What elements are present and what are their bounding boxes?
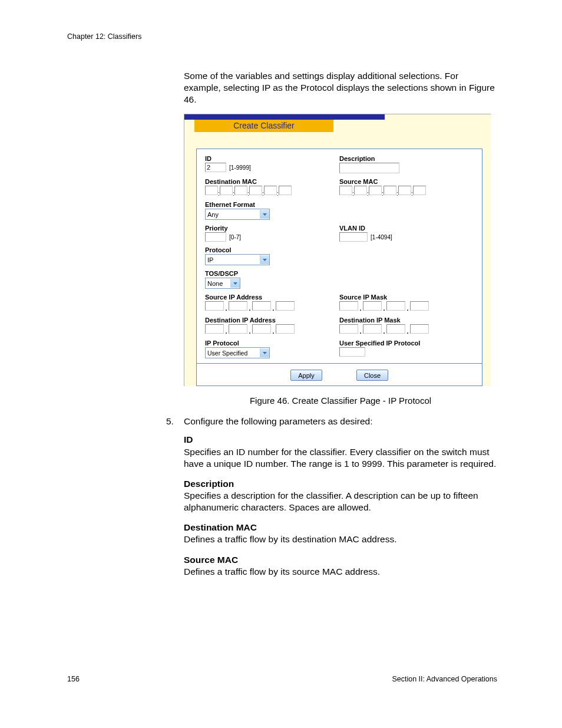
priority-label: Priority bbox=[205, 225, 339, 232]
section-label: Section II: Advanced Operations bbox=[392, 675, 497, 683]
param-dest-mac: Destination MAC Defines a traffic flow b… bbox=[184, 522, 497, 545]
chevron-down-icon bbox=[260, 210, 269, 219]
description-label: Description bbox=[339, 155, 474, 162]
dest-mac-label: Destination MAC bbox=[205, 178, 339, 185]
intro-paragraph: Some of the variables and settings displ… bbox=[184, 70, 497, 106]
eth-format-select[interactable]: Any bbox=[205, 209, 270, 220]
src-mask-label: Source IP Mask bbox=[339, 294, 474, 301]
src-ip-input[interactable]: ... bbox=[205, 301, 339, 312]
dest-mac-input[interactable]: ::::: bbox=[205, 186, 339, 196]
tos-label: TOS/DSCP bbox=[205, 270, 339, 277]
page-number: 156 bbox=[67, 675, 80, 683]
step-5: 5. Configure the following parameters as… bbox=[166, 416, 497, 427]
figure-caption: Figure 46. Create Classifier Page - IP P… bbox=[184, 396, 497, 406]
vlan-input[interactable] bbox=[339, 232, 368, 242]
dst-mask-label: Destination IP Mask bbox=[339, 317, 474, 324]
param-id: ID Specifies an ID number for the classi… bbox=[184, 434, 497, 469]
close-button[interactable]: Close bbox=[356, 370, 388, 381]
protocol-label: Protocol bbox=[205, 246, 339, 253]
dst-ip-label: Destination IP Address bbox=[205, 317, 339, 324]
priority-input[interactable] bbox=[205, 232, 226, 242]
figure-46: Create Classifier ID [1-9999] Descriptio… bbox=[184, 114, 497, 406]
id-label: ID bbox=[205, 155, 339, 162]
param-description: Description Specifies a description for … bbox=[184, 478, 497, 513]
description-input[interactable] bbox=[339, 163, 399, 173]
tos-select[interactable]: None bbox=[205, 278, 240, 289]
id-input[interactable] bbox=[205, 163, 226, 172]
page-header-chapter: Chapter 12: Classifiers bbox=[67, 32, 497, 41]
eth-format-label: Ethernet Format bbox=[205, 201, 339, 208]
tab-create-classifier[interactable]: Create Classifier bbox=[194, 120, 333, 132]
param-src-mac: Source MAC Defines a traffic flow by its… bbox=[184, 554, 497, 578]
vlan-label: VLAN ID bbox=[339, 225, 474, 232]
protocol-select[interactable]: IP bbox=[205, 254, 270, 265]
src-mask-input[interactable]: ... bbox=[339, 301, 474, 312]
dst-ip-input[interactable]: ... bbox=[205, 324, 339, 335]
chevron-down-icon bbox=[260, 348, 269, 357]
dst-mask-input[interactable]: ... bbox=[339, 324, 474, 335]
user-ip-proto-label: User Specified IP Protocol bbox=[339, 340, 474, 347]
user-ip-proto-input[interactable] bbox=[339, 347, 365, 357]
ip-proto-select[interactable]: User Specified bbox=[205, 347, 270, 358]
ip-proto-label: IP Protocol bbox=[205, 340, 339, 347]
src-ip-label: Source IP Address bbox=[205, 294, 339, 301]
chevron-down-icon bbox=[230, 279, 240, 288]
src-mac-label: Source MAC bbox=[339, 178, 474, 185]
classifier-form: ID [1-9999] Description Destination MAC … bbox=[196, 149, 482, 386]
vlan-range: [1-4094] bbox=[371, 234, 392, 241]
apply-button[interactable]: Apply bbox=[290, 370, 322, 381]
priority-range: [0-7] bbox=[229, 234, 241, 241]
create-classifier-window: Create Classifier ID [1-9999] Descriptio… bbox=[184, 114, 491, 386]
id-range: [1-9999] bbox=[229, 164, 251, 171]
src-mac-input[interactable]: ::::: bbox=[339, 186, 474, 196]
chevron-down-icon bbox=[260, 255, 269, 264]
